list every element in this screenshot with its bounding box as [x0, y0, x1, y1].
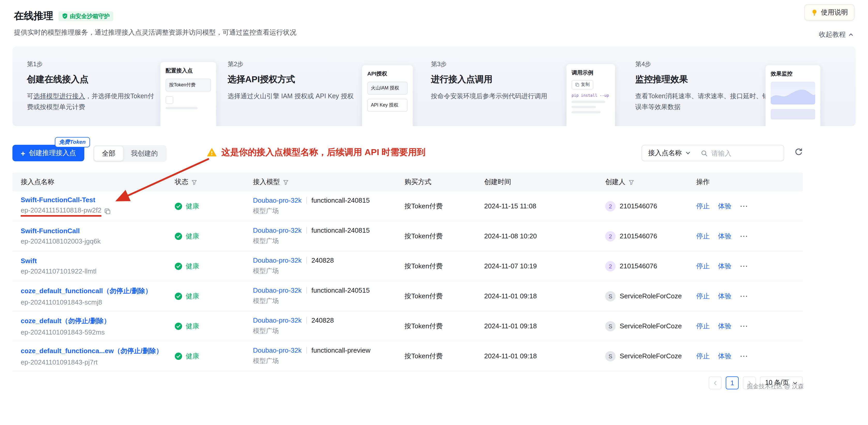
billing-method: 按Token付费 [404, 231, 484, 241]
table-row: Swift-FunctionCall-Test ep-2024111511081… [12, 191, 803, 221]
billing-method: 按Token付费 [404, 321, 484, 331]
creator-cell: 2 2101546076 [605, 201, 696, 211]
prev-page-button[interactable] [709, 377, 722, 389]
tutorial-card-api-auth: API授权 火山IAM 授权 API Key 授权 [362, 65, 413, 126]
copy-icon[interactable] [104, 208, 111, 214]
more-actions-icon[interactable]: ⋯ [740, 322, 748, 330]
current-page[interactable]: 1 [726, 377, 739, 389]
lightbulb-icon [811, 9, 818, 16]
endpoint-name-link[interactable]: coze_default_functioncall（勿停止/删除） [21, 286, 152, 295]
experience-action[interactable]: 体验 [718, 231, 732, 241]
shield-check-icon [62, 13, 68, 19]
col-header-creator-label: 创建人 [605, 177, 625, 187]
experience-action[interactable]: 体验 [718, 291, 732, 301]
creator-avatar: S [605, 351, 616, 361]
step-1-label: 第1步 [27, 60, 157, 69]
collapse-tutorial-link[interactable]: 收起教程 [819, 30, 854, 39]
creator-name: ServiceRoleForCoze [620, 352, 682, 360]
filter-funnel-icon[interactable] [191, 179, 197, 185]
endpoint-name-link[interactable]: coze_default_functionca...ew（勿停止/删除） [21, 346, 163, 356]
more-actions-icon[interactable]: ⋯ [740, 202, 748, 210]
experience-action[interactable]: 体验 [718, 201, 732, 211]
experience-action[interactable]: 体验 [718, 351, 732, 361]
more-actions-icon[interactable]: ⋯ [740, 262, 748, 270]
search-box [697, 149, 784, 157]
stop-action[interactable]: 停止 [696, 291, 710, 301]
red-annotation: 这是你的接入点模型名称，后续调用 API 时需要用到 [207, 146, 426, 158]
stop-action[interactable]: 停止 [696, 231, 710, 241]
warning-icon [207, 148, 217, 157]
creator-name: 2101546076 [620, 202, 657, 210]
card-3-title: 调用示例 [571, 69, 610, 76]
status-text: 健康 [186, 291, 199, 301]
step-3-label: 第3步 [431, 60, 576, 69]
creator-cell: S ServiceRoleForCoze [605, 321, 696, 331]
refresh-button[interactable] [795, 148, 803, 156]
status-text: 健康 [186, 231, 199, 241]
col-header-status-label: 状态 [175, 177, 188, 187]
stop-action[interactable]: 停止 [696, 201, 710, 211]
card-4-title: 效果监控 [771, 70, 815, 77]
model-link[interactable]: Doubao-pro-32k [253, 317, 302, 324]
model-cell: Doubao-pro-32k functioncall-preview 模型广场 [253, 347, 404, 365]
stop-action[interactable]: 停止 [696, 321, 710, 331]
free-token-badge: 免费Token [55, 137, 90, 148]
endpoint-name-link[interactable]: Swift-FunctionCall-Test [21, 196, 95, 203]
step-4-label: 第4步 [635, 60, 775, 69]
model-link[interactable]: Doubao-pro-32k [253, 256, 302, 264]
divider [306, 257, 307, 264]
model-link[interactable]: Doubao-pro-32k [253, 287, 302, 294]
more-actions-icon[interactable]: ⋯ [740, 352, 748, 360]
endpoint-name-cell: coze_default_functionca...ew（勿停止/删除） ep-… [21, 346, 175, 366]
tab-all[interactable]: 全部 [94, 146, 123, 161]
select-model-link[interactable]: 选择模型进行接入 [33, 93, 85, 100]
experience-action[interactable]: 体验 [718, 321, 732, 331]
endpoint-name-cell: coze_default（勿停止/删除） ep-20241101091843-5… [21, 316, 175, 336]
endpoint-table: 接入点名称 状态 接入模型 购买方式 创建时间 创建人 操作 Swift-Fun… [12, 173, 803, 371]
stop-action[interactable]: 停止 [696, 261, 710, 271]
model-link[interactable]: Doubao-pro-32k [253, 347, 302, 354]
filter-funnel-icon[interactable] [628, 179, 634, 185]
billing-method: 按Token付费 [404, 351, 484, 361]
create-endpoint-label: 创建推理接入点 [29, 149, 76, 158]
search-field-select[interactable]: 接入点名称 [642, 149, 697, 158]
model-link[interactable]: Doubao-pro-32k [253, 226, 302, 234]
col-header-name: 接入点名称 [21, 177, 175, 187]
table-body: Swift-FunctionCall-Test ep-2024111511081… [12, 191, 803, 371]
endpoint-name-link[interactable]: Swift [21, 257, 37, 265]
step-1-desc-prefix: 可 [27, 93, 33, 100]
status-healthy-icon [175, 202, 182, 210]
endpoint-id: ep-20241108102003-jgq6k [21, 237, 101, 245]
status-text: 健康 [186, 261, 199, 271]
status-cell: 健康 [175, 321, 253, 331]
creator-avatar: 2 [605, 231, 616, 241]
table-row: Swift ep-20241107101922-llmtl 健康 Doubao-… [12, 251, 803, 281]
search-input[interactable] [711, 149, 773, 157]
chevron-down-icon [685, 151, 690, 156]
divider [306, 287, 307, 294]
tutorial-card-configure-endpoint: 配置接入点 按Token付费 [160, 62, 216, 126]
skeleton-line [571, 101, 605, 103]
experience-action[interactable]: 体验 [718, 261, 732, 271]
tutorial-step-2: 第2步 选择API授权方式 选择通过火山引擎 IAM 授权或 API Key 授… [227, 60, 383, 102]
status-cell: 健康 [175, 351, 253, 361]
model-version: functioncall-240815 [311, 226, 370, 234]
step-4-title: 监控推理效果 [635, 73, 775, 85]
endpoint-name-link[interactable]: Swift-FunctionCall [21, 227, 80, 235]
model-cell: Doubao-pro-32k 240828 模型广场 [253, 317, 404, 335]
usage-doc-button[interactable]: 使用说明 [804, 4, 855, 21]
step-1-desc: 可选择模型进行接入，并选择使用按Token付费或按模型单元计费 [27, 91, 157, 112]
filter-funnel-icon[interactable] [283, 179, 289, 185]
more-actions-icon[interactable]: ⋯ [740, 232, 748, 240]
creator-cell: 2 2101546076 [605, 261, 696, 271]
model-link[interactable]: Doubao-pro-32k [253, 196, 302, 204]
endpoint-name-link[interactable]: coze_default（勿停止/删除） [21, 316, 111, 325]
tab-mine[interactable]: 我创建的 [123, 146, 165, 161]
endpoint-id: ep-20241115110818-pw2f2 [21, 206, 101, 217]
creator-name: ServiceRoleForCoze [620, 322, 682, 330]
table-header: 接入点名称 状态 接入模型 购买方式 创建时间 创建人 操作 [12, 173, 803, 191]
status-cell: 健康 [175, 291, 253, 301]
col-header-created: 创建时间 [484, 177, 605, 187]
more-actions-icon[interactable]: ⋯ [740, 292, 748, 300]
stop-action[interactable]: 停止 [696, 351, 710, 361]
